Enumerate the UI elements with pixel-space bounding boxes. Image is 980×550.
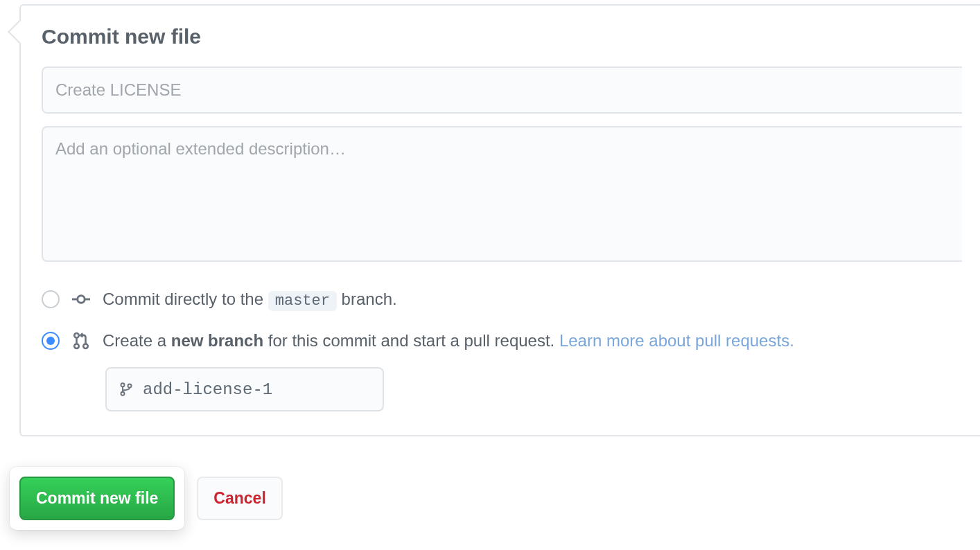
radio-commit-direct[interactable] (42, 290, 60, 308)
svg-point-9 (128, 384, 132, 388)
svg-point-7 (121, 383, 125, 387)
cancel-button[interactable]: Cancel (197, 477, 282, 520)
learn-more-link[interactable]: Learn more about pull requests. (559, 331, 794, 350)
commit-panel: Commit new file Commit directly to the m… (19, 4, 980, 436)
branch-name-input[interactable] (143, 380, 370, 399)
branch-name-field-wrap (105, 367, 384, 411)
option-new-branch-label: Create a new branch for this commit and … (103, 328, 794, 353)
svg-point-3 (74, 333, 79, 338)
svg-point-6 (83, 344, 88, 349)
svg-point-0 (78, 296, 85, 303)
git-branch-icon (119, 381, 133, 398)
option-commit-direct[interactable]: Commit directly to the master branch. (42, 284, 962, 314)
commit-summary-input[interactable] (42, 66, 962, 114)
footer-actions: Commit new file Cancel (10, 467, 283, 530)
radio-new-branch[interactable] (42, 332, 60, 350)
git-commit-icon (72, 290, 90, 308)
panel-title: Commit new file (42, 25, 962, 48)
commit-new-file-button[interactable]: Commit new file (19, 477, 175, 520)
option-direct-label: Commit directly to the master branch. (103, 287, 397, 312)
branch-name-row (105, 367, 962, 411)
branch-pill: master (268, 291, 337, 311)
option-new-branch[interactable]: Create a new branch for this commit and … (42, 326, 962, 356)
commit-button-highlight: Commit new file (10, 467, 184, 530)
commit-description-textarea[interactable] (42, 126, 962, 262)
svg-point-4 (74, 344, 79, 349)
git-pull-request-icon (72, 332, 90, 350)
svg-point-8 (121, 392, 125, 396)
commit-target-group: Commit directly to the master branch. Cr… (42, 284, 962, 411)
